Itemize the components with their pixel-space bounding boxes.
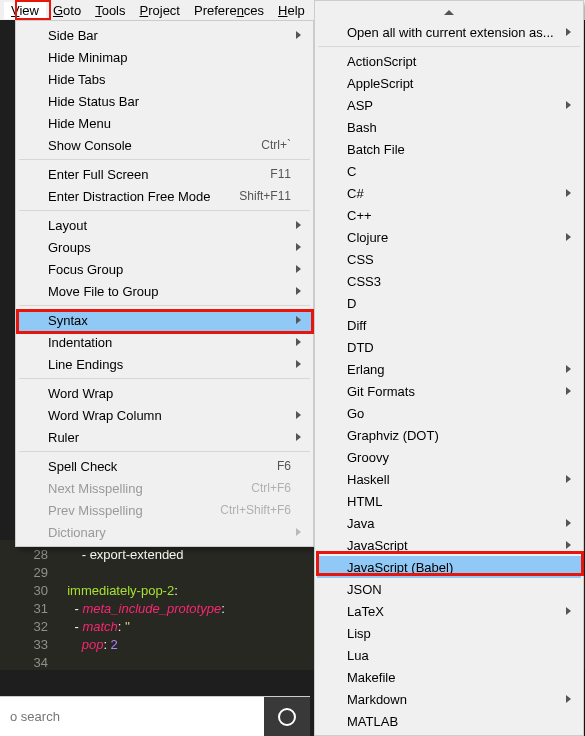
menubar-item-goto[interactable]: Goto bbox=[46, 2, 88, 19]
menu-item-c[interactable]: C++ bbox=[317, 204, 581, 226]
menu-item-css[interactable]: CSS bbox=[317, 248, 581, 270]
menu-item-shortcut: Ctrl+F6 bbox=[251, 481, 291, 495]
menu-item-lua[interactable]: Lua bbox=[317, 644, 581, 666]
menu-item-actionscript[interactable]: ActionScript bbox=[317, 50, 581, 72]
menu-item-label: D bbox=[347, 296, 561, 311]
menu-separator bbox=[19, 159, 310, 160]
menu-item-hide-tabs[interactable]: Hide Tabs bbox=[18, 68, 311, 90]
menu-item-enter-full-screen[interactable]: Enter Full ScreenF11 bbox=[18, 163, 311, 185]
menu-item-hide-menu[interactable]: Hide Menu bbox=[18, 112, 311, 134]
chevron-right-icon bbox=[566, 387, 571, 395]
menu-item-move-file-to-group[interactable]: Move File to Group bbox=[18, 280, 311, 302]
cortana-icon bbox=[278, 708, 296, 726]
menu-item-label: CSS3 bbox=[347, 274, 561, 289]
menu-item-hide-minimap[interactable]: Hide Minimap bbox=[18, 46, 311, 68]
menu-item-label: Spell Check bbox=[48, 459, 267, 474]
menu-item-java[interactable]: Java bbox=[317, 512, 581, 534]
menu-item-label: HTML bbox=[347, 494, 561, 509]
menu-item-label: Dictionary bbox=[48, 525, 291, 540]
menu-item-c[interactable]: C bbox=[317, 160, 581, 182]
chevron-right-icon bbox=[566, 28, 571, 36]
menu-item-shortcut: F6 bbox=[277, 459, 291, 473]
chevron-right-icon bbox=[296, 31, 301, 39]
menu-item-dictionary: Dictionary bbox=[18, 521, 311, 543]
menu-item-focus-group[interactable]: Focus Group bbox=[18, 258, 311, 280]
menu-item-javascript-babel[interactable]: JavaScript (Babel) bbox=[317, 556, 581, 578]
menu-item-latex[interactable]: LaTeX bbox=[317, 600, 581, 622]
menu-item-enter-distraction-free-mode[interactable]: Enter Distraction Free ModeShift+F11 bbox=[18, 185, 311, 207]
menu-separator bbox=[19, 305, 310, 306]
menu-item-word-wrap[interactable]: Word Wrap bbox=[18, 382, 311, 404]
menu-item-applescript[interactable]: AppleScript bbox=[317, 72, 581, 94]
menu-item-bash[interactable]: Bash bbox=[317, 116, 581, 138]
menu-item-javascript[interactable]: JavaScript bbox=[317, 534, 581, 556]
chevron-right-icon bbox=[296, 433, 301, 441]
scroll-down-icon[interactable] bbox=[317, 732, 581, 736]
menu-item-label: Open all with current extension as... bbox=[347, 25, 561, 40]
menu-item-matlab[interactable]: MATLAB bbox=[317, 710, 581, 732]
menu-item-asp[interactable]: ASP bbox=[317, 94, 581, 116]
menu-item-label: ASP bbox=[347, 98, 561, 113]
menu-item-html[interactable]: HTML bbox=[317, 490, 581, 512]
menu-item-markdown[interactable]: Markdown bbox=[317, 688, 581, 710]
chevron-right-icon bbox=[566, 189, 571, 197]
menu-item-lisp[interactable]: Lisp bbox=[317, 622, 581, 644]
menu-item-label: C bbox=[347, 164, 561, 179]
menubar-item-view[interactable]: View bbox=[4, 2, 46, 19]
menu-item-go[interactable]: Go bbox=[317, 402, 581, 424]
menu-item-hide-status-bar[interactable]: Hide Status Bar bbox=[18, 90, 311, 112]
menu-item-label: ActionScript bbox=[347, 54, 561, 69]
menu-item-ruler[interactable]: Ruler bbox=[18, 426, 311, 448]
taskbar-search[interactable]: o search bbox=[0, 697, 264, 737]
menu-item-label: Lua bbox=[347, 648, 561, 663]
syntax-submenu: Open all with current extension as...Act… bbox=[314, 0, 584, 736]
menubar-item-project[interactable]: Project bbox=[133, 2, 187, 19]
menu-item-clojure[interactable]: Clojure bbox=[317, 226, 581, 248]
cortana-button[interactable] bbox=[264, 697, 310, 737]
menu-item-label: Hide Tabs bbox=[48, 72, 291, 87]
menu-item-word-wrap-column[interactable]: Word Wrap Column bbox=[18, 404, 311, 426]
chevron-right-icon bbox=[566, 365, 571, 373]
menu-item-label: Graphviz (DOT) bbox=[347, 428, 561, 443]
chevron-right-icon bbox=[296, 411, 301, 419]
menu-item-css3[interactable]: CSS3 bbox=[317, 270, 581, 292]
menu-item-layout[interactable]: Layout bbox=[18, 214, 311, 236]
menu-item-label: Diff bbox=[347, 318, 561, 333]
menu-item-side-bar[interactable]: Side Bar bbox=[18, 24, 311, 46]
menu-item-label: Java bbox=[347, 516, 561, 531]
menu-item-d[interactable]: D bbox=[317, 292, 581, 314]
menu-item-groups[interactable]: Groups bbox=[18, 236, 311, 258]
chevron-right-icon bbox=[296, 221, 301, 229]
menu-item-line-endings[interactable]: Line Endings bbox=[18, 353, 311, 375]
menu-item-label: Haskell bbox=[347, 472, 561, 487]
scroll-up-icon[interactable] bbox=[317, 4, 581, 21]
menu-item-json[interactable]: JSON bbox=[317, 578, 581, 600]
menu-item-c[interactable]: C# bbox=[317, 182, 581, 204]
menu-item-syntax[interactable]: Syntax bbox=[18, 309, 311, 331]
menu-item-makefile[interactable]: Makefile bbox=[317, 666, 581, 688]
menu-item-git-formats[interactable]: Git Formats bbox=[317, 380, 581, 402]
menu-item-haskell[interactable]: Haskell bbox=[317, 468, 581, 490]
menu-item-spell-check[interactable]: Spell CheckF6 bbox=[18, 455, 311, 477]
menu-item-label: Word Wrap Column bbox=[48, 408, 291, 423]
menu-separator bbox=[19, 210, 310, 211]
menubar-item-tools[interactable]: Tools bbox=[88, 2, 132, 19]
menubar-item-help[interactable]: Help bbox=[271, 2, 312, 19]
menu-item-label: Layout bbox=[48, 218, 291, 233]
view-menu: Side BarHide MinimapHide TabsHide Status… bbox=[15, 20, 314, 547]
menu-item-batch-file[interactable]: Batch File bbox=[317, 138, 581, 160]
menu-item-erlang[interactable]: Erlang bbox=[317, 358, 581, 380]
menu-item-diff[interactable]: Diff bbox=[317, 314, 581, 336]
menu-item-label: Side Bar bbox=[48, 28, 291, 43]
menu-item-label: Next Misspelling bbox=[48, 481, 241, 496]
taskbar-search-text: o search bbox=[10, 709, 60, 724]
menu-item-indentation[interactable]: Indentation bbox=[18, 331, 311, 353]
menu-item-groovy[interactable]: Groovy bbox=[317, 446, 581, 468]
menu-item-graphviz-dot[interactable]: Graphviz (DOT) bbox=[317, 424, 581, 446]
menu-item-label: Ruler bbox=[48, 430, 291, 445]
menu-item-open-all-with-current-extension-as[interactable]: Open all with current extension as... bbox=[317, 21, 581, 43]
menubar-item-preferences[interactable]: Preferences bbox=[187, 2, 271, 19]
chevron-right-icon bbox=[566, 541, 571, 549]
menu-item-dtd[interactable]: DTD bbox=[317, 336, 581, 358]
menu-item-show-console[interactable]: Show ConsoleCtrl+` bbox=[18, 134, 311, 156]
